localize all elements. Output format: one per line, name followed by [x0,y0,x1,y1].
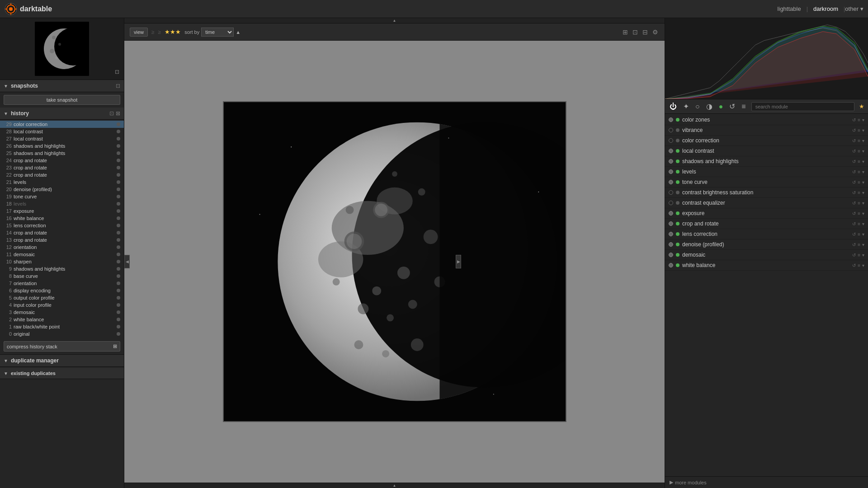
module-presets-icon[interactable]: ≡ [858,180,860,185]
settings-icon[interactable]: ⚙ [651,28,659,37]
module-reset-icon[interactable]: ↺ [852,180,856,185]
history-item[interactable]: 0original [0,330,124,338]
history-item[interactable]: 5output color profile [0,294,124,301]
module-expand-icon[interactable]: ▾ [862,232,864,237]
module-item[interactable]: levels↺≡▾ [665,167,868,177]
module-presets-icon[interactable]: ≡ [858,263,860,268]
right-panel-collapse[interactable]: ▶ [456,255,461,268]
module-reset-icon[interactable]: ↺ [852,201,856,206]
history-item[interactable]: 19tone curve [0,193,124,200]
module-reset-icon[interactable]: ↺ [852,117,856,122]
module-expand-icon[interactable]: ▾ [862,211,864,216]
overlay-icon3[interactable]: ⊟ [642,28,649,37]
module-expand-icon[interactable]: ▾ [862,190,864,195]
overlay-icon2[interactable]: ⊡ [632,28,639,37]
history-item[interactable]: 11demosaic [0,251,124,258]
history-item[interactable]: 15lens correction [0,222,124,229]
module-presets-icon[interactable]: ≡ [858,138,860,143]
module-expand-icon[interactable]: ▾ [862,117,864,122]
module-expand-icon[interactable]: ▾ [862,263,864,268]
history-item[interactable]: 25shadows and highlights [0,150,124,157]
history-item[interactable]: 23crop and rotate [0,164,124,171]
module-reset-icon[interactable]: ↺ [852,253,856,258]
module-presets-icon[interactable]: ≡ [858,159,860,164]
history-item[interactable]: 21levels [0,178,124,186]
module-expand-icon[interactable]: ▾ [862,201,864,206]
module-reset-icon[interactable]: ↺ [852,138,856,143]
filmstrip-bottom-collapse[interactable]: ▲ [124,483,665,488]
module-reset-icon[interactable]: ↺ [852,128,856,133]
module-presets-icon[interactable]: ≡ [858,211,860,216]
module-presets-icon[interactable]: ≡ [858,242,860,247]
history-item[interactable]: 7orientation [0,280,124,287]
presets-icon[interactable]: ≡ [741,102,746,112]
module-item[interactable]: color zones↺≡▾ [665,115,868,125]
module-expand-icon[interactable]: ▾ [862,149,864,154]
module-reset-icon[interactable]: ↺ [852,232,856,237]
module-reset-icon[interactable]: ↺ [852,169,856,174]
module-item[interactable]: contrast equalizer↺≡▾ [665,198,868,208]
module-expand-icon[interactable]: ▾ [862,242,864,247]
power-icon[interactable]: ⏻ [669,102,678,112]
left-panel-collapse[interactable]: ◀ [124,255,130,268]
thumbnail-expand-icon[interactable]: ⊡ [115,69,119,75]
module-presets-icon[interactable]: ≡ [858,253,860,258]
snapshots-section-header[interactable]: ▼ snapshots ⊡ [0,80,124,92]
history-item[interactable]: 6display encoding [0,287,124,294]
history-item[interactable]: 2white balance [0,316,124,323]
module-expand-icon[interactable]: ▾ [862,180,864,185]
module-reset-icon[interactable]: ↺ [852,190,856,195]
history-item[interactable]: 28local contrast [0,128,124,135]
module-expand-icon[interactable]: ▾ [862,169,864,174]
sort-direction-icon[interactable]: ▲ [236,29,241,35]
history-item[interactable]: 29color correction [0,121,124,128]
history-item[interactable]: 20denoise (profiled) [0,186,124,193]
color-icon[interactable]: ● [718,102,724,112]
history-item[interactable]: 18levels [0,200,124,207]
existing-duplicates-header[interactable]: ▼ existing duplicates [0,368,124,379]
nav-darkroom[interactable]: darkroom [808,5,844,12]
module-item[interactable]: demosaic↺≡▾ [665,250,868,260]
module-presets-icon[interactable]: ≡ [858,169,860,174]
module-presets-icon[interactable]: ≡ [858,128,860,133]
more-modules-button[interactable]: ▶ more modules [665,476,868,488]
history-item[interactable]: 10sharpen [0,258,124,265]
history-item[interactable]: 17exposure [0,207,124,215]
module-presets-icon[interactable]: ≡ [858,221,860,226]
nav-lighttable[interactable]: lighttable [772,5,807,12]
compress-history-button[interactable]: compress history stack ⊞ [4,341,120,352]
module-item[interactable]: crop and rotate↺≡▾ [665,219,868,229]
history-item[interactable]: 4input color profile [0,301,124,309]
history-item[interactable]: 9shadows and highlights [0,265,124,272]
half-circle-icon[interactable]: ◑ [705,101,713,112]
history-item[interactable]: 26shadows and highlights [0,142,124,150]
module-item[interactable]: exposure↺≡▾ [665,208,868,219]
module-expand-icon[interactable]: ▾ [862,138,864,143]
duplicate-manager-header[interactable]: ▼ duplicate manager [0,355,124,367]
history-item[interactable]: 14crop and rotate [0,229,124,236]
module-reset-icon[interactable]: ↺ [852,211,856,216]
history-item[interactable]: 8base curve [0,272,124,280]
nav-other[interactable]: other ▾ [845,5,863,12]
module-item[interactable]: contrast brightness saturation↺≡▾ [665,188,868,198]
history-item[interactable]: 16white balance [0,215,124,222]
history-item[interactable]: 27local contrast [0,135,124,142]
filmstrip-top-collapse[interactable]: ▲ [124,18,665,23]
module-item[interactable]: denoise (profiled)↺≡▾ [665,239,868,250]
module-presets-icon[interactable]: ≡ [858,190,860,195]
take-snapshot-button[interactable]: take snapshot [4,95,120,105]
reset-icon[interactable]: ↺ [728,101,736,112]
module-item[interactable]: lens correction↺≡▾ [665,229,868,239]
history-item[interactable]: 3demosaic [0,309,124,316]
history-item[interactable]: 22crop and rotate [0,171,124,178]
module-reset-icon[interactable]: ↺ [852,149,856,154]
module-expand-icon[interactable]: ▾ [862,253,864,258]
module-presets-icon[interactable]: ≡ [858,201,860,206]
view-button[interactable]: view [130,28,148,37]
module-item[interactable]: color correction↺≡▾ [665,136,868,146]
star-modules-icon[interactable]: ✦ [682,101,690,112]
module-presets-icon[interactable]: ≡ [858,117,860,122]
favorite-star-icon[interactable]: ★ [859,103,864,110]
module-presets-icon[interactable]: ≡ [858,232,860,237]
module-expand-icon[interactable]: ▾ [862,159,864,164]
